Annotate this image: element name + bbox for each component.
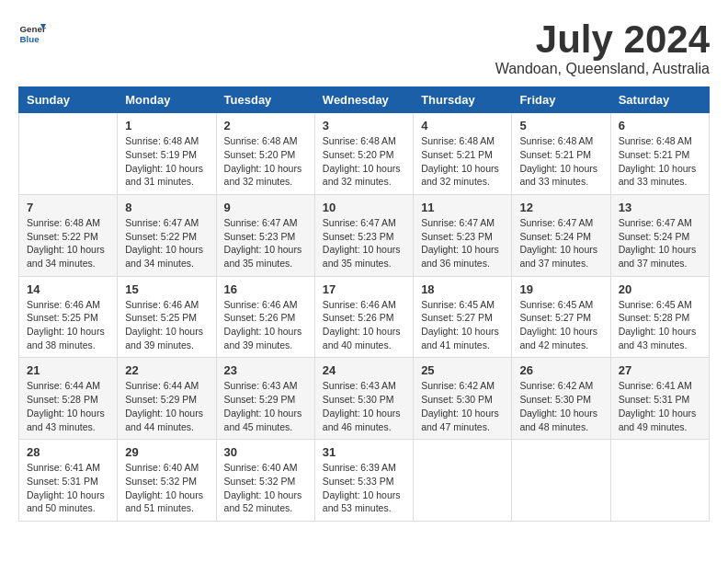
day-of-week-header: Thursday <box>414 87 512 113</box>
day-info: Sunrise: 6:41 AM Sunset: 5:31 PM Dayligh… <box>619 379 701 433</box>
calendar-day-cell <box>610 440 709 522</box>
calendar-day-cell: 25Sunrise: 6:42 AM Sunset: 5:30 PM Dayli… <box>414 358 512 440</box>
calendar-day-cell: 8Sunrise: 6:47 AM Sunset: 5:22 PM Daylig… <box>118 194 216 276</box>
day-number: 28 <box>27 445 109 459</box>
svg-text:Blue: Blue <box>20 34 40 44</box>
calendar-day-cell: 13Sunrise: 6:47 AM Sunset: 5:24 PM Dayli… <box>610 194 709 276</box>
calendar-day-cell: 22Sunrise: 6:44 AM Sunset: 5:29 PM Dayli… <box>118 358 216 440</box>
calendar-day-cell: 29Sunrise: 6:40 AM Sunset: 5:32 PM Dayli… <box>118 440 216 522</box>
calendar-day-cell: 28Sunrise: 6:41 AM Sunset: 5:31 PM Dayli… <box>19 440 118 522</box>
title-section: July 2024 Wandoan, Queensland, Australia <box>495 18 710 77</box>
calendar-body: 1Sunrise: 6:48 AM Sunset: 5:19 PM Daylig… <box>19 113 710 522</box>
calendar-day-cell: 12Sunrise: 6:47 AM Sunset: 5:24 PM Dayli… <box>512 194 610 276</box>
day-info: Sunrise: 6:47 AM Sunset: 5:23 PM Dayligh… <box>224 216 307 270</box>
day-number: 29 <box>125 445 208 459</box>
calendar-day-cell: 31Sunrise: 6:39 AM Sunset: 5:33 PM Dayli… <box>314 440 413 522</box>
calendar-day-cell: 26Sunrise: 6:42 AM Sunset: 5:30 PM Dayli… <box>512 358 610 440</box>
day-number: 15 <box>125 282 208 296</box>
calendar-day-cell: 16Sunrise: 6:46 AM Sunset: 5:26 PM Dayli… <box>216 276 314 358</box>
day-info: Sunrise: 6:44 AM Sunset: 5:28 PM Dayligh… <box>27 379 109 433</box>
day-info: Sunrise: 6:47 AM Sunset: 5:22 PM Dayligh… <box>125 216 208 270</box>
calendar-day-cell: 18Sunrise: 6:45 AM Sunset: 5:27 PM Dayli… <box>414 276 512 358</box>
day-number: 27 <box>619 363 701 377</box>
day-number: 24 <box>323 363 405 377</box>
page-header: General Blue July 2024 Wandoan, Queensla… <box>18 18 710 77</box>
day-number: 5 <box>519 119 602 132</box>
day-of-week-header: Saturday <box>610 87 709 113</box>
day-number: 19 <box>519 282 602 296</box>
calendar-day-cell: 30Sunrise: 6:40 AM Sunset: 5:32 PM Dayli… <box>216 440 314 522</box>
day-info: Sunrise: 6:42 AM Sunset: 5:30 PM Dayligh… <box>421 379 504 433</box>
calendar-day-cell <box>414 440 512 522</box>
day-info: Sunrise: 6:40 AM Sunset: 5:32 PM Dayligh… <box>224 461 307 515</box>
calendar-week-row: 28Sunrise: 6:41 AM Sunset: 5:31 PM Dayli… <box>19 440 710 522</box>
calendar-week-row: 1Sunrise: 6:48 AM Sunset: 5:19 PM Daylig… <box>19 113 710 195</box>
day-number: 14 <box>27 282 109 296</box>
calendar-table: SundayMondayTuesdayWednesdayThursdayFrid… <box>18 86 710 522</box>
calendar-day-cell: 10Sunrise: 6:47 AM Sunset: 5:23 PM Dayli… <box>314 194 413 276</box>
day-info: Sunrise: 6:48 AM Sunset: 5:19 PM Dayligh… <box>125 134 208 189</box>
day-number: 25 <box>421 363 504 377</box>
day-number: 3 <box>323 119 405 132</box>
day-number: 2 <box>224 119 307 132</box>
day-info: Sunrise: 6:48 AM Sunset: 5:21 PM Dayligh… <box>519 134 602 189</box>
calendar-day-cell: 19Sunrise: 6:45 AM Sunset: 5:27 PM Dayli… <box>512 276 610 358</box>
day-info: Sunrise: 6:46 AM Sunset: 5:26 PM Dayligh… <box>323 298 405 352</box>
calendar-day-cell: 21Sunrise: 6:44 AM Sunset: 5:28 PM Dayli… <box>19 358 118 440</box>
day-number: 7 <box>27 201 109 214</box>
calendar-week-row: 14Sunrise: 6:46 AM Sunset: 5:25 PM Dayli… <box>19 276 710 358</box>
day-info: Sunrise: 6:48 AM Sunset: 5:21 PM Dayligh… <box>421 134 504 189</box>
day-number: 30 <box>224 445 307 459</box>
day-number: 22 <box>125 363 208 377</box>
day-number: 21 <box>27 363 109 377</box>
day-number: 6 <box>619 119 701 132</box>
calendar-day-cell: 17Sunrise: 6:46 AM Sunset: 5:26 PM Dayli… <box>314 276 413 358</box>
day-number: 20 <box>619 282 701 296</box>
days-of-week-row: SundayMondayTuesdayWednesdayThursdayFrid… <box>19 87 710 113</box>
day-number: 1 <box>125 119 208 132</box>
calendar-day-cell <box>512 440 610 522</box>
calendar-day-cell: 6Sunrise: 6:48 AM Sunset: 5:21 PM Daylig… <box>610 113 709 195</box>
day-number: 17 <box>323 282 405 296</box>
day-info: Sunrise: 6:45 AM Sunset: 5:28 PM Dayligh… <box>619 298 701 352</box>
day-number: 13 <box>619 201 701 214</box>
logo-icon: General Blue <box>18 18 46 46</box>
calendar-day-cell: 27Sunrise: 6:41 AM Sunset: 5:31 PM Dayli… <box>610 358 709 440</box>
day-info: Sunrise: 6:48 AM Sunset: 5:22 PM Dayligh… <box>27 216 109 270</box>
day-number: 8 <box>125 201 208 214</box>
calendar-day-cell: 5Sunrise: 6:48 AM Sunset: 5:21 PM Daylig… <box>512 113 610 195</box>
day-of-week-header: Sunday <box>19 87 118 113</box>
calendar-day-cell: 15Sunrise: 6:46 AM Sunset: 5:25 PM Dayli… <box>118 276 216 358</box>
calendar-day-cell: 24Sunrise: 6:43 AM Sunset: 5:30 PM Dayli… <box>314 358 413 440</box>
day-info: Sunrise: 6:45 AM Sunset: 5:27 PM Dayligh… <box>421 298 504 352</box>
calendar-day-cell: 4Sunrise: 6:48 AM Sunset: 5:21 PM Daylig… <box>414 113 512 195</box>
day-info: Sunrise: 6:46 AM Sunset: 5:26 PM Dayligh… <box>224 298 307 352</box>
calendar-header: SundayMondayTuesdayWednesdayThursdayFrid… <box>19 87 710 113</box>
day-of-week-header: Tuesday <box>216 87 314 113</box>
calendar-day-cell: 3Sunrise: 6:48 AM Sunset: 5:20 PM Daylig… <box>314 113 413 195</box>
calendar-day-cell: 9Sunrise: 6:47 AM Sunset: 5:23 PM Daylig… <box>216 194 314 276</box>
day-info: Sunrise: 6:46 AM Sunset: 5:25 PM Dayligh… <box>125 298 208 352</box>
calendar-day-cell: 2Sunrise: 6:48 AM Sunset: 5:20 PM Daylig… <box>216 113 314 195</box>
calendar-week-row: 7Sunrise: 6:48 AM Sunset: 5:22 PM Daylig… <box>19 194 710 276</box>
day-info: Sunrise: 6:43 AM Sunset: 5:30 PM Dayligh… <box>323 379 405 433</box>
calendar-day-cell: 23Sunrise: 6:43 AM Sunset: 5:29 PM Dayli… <box>216 358 314 440</box>
day-number: 31 <box>323 445 405 459</box>
calendar-day-cell: 7Sunrise: 6:48 AM Sunset: 5:22 PM Daylig… <box>19 194 118 276</box>
day-number: 4 <box>421 119 504 132</box>
day-info: Sunrise: 6:46 AM Sunset: 5:25 PM Dayligh… <box>27 298 109 352</box>
day-info: Sunrise: 6:43 AM Sunset: 5:29 PM Dayligh… <box>224 379 307 433</box>
day-info: Sunrise: 6:47 AM Sunset: 5:23 PM Dayligh… <box>323 216 405 270</box>
day-info: Sunrise: 6:47 AM Sunset: 5:23 PM Dayligh… <box>421 216 504 270</box>
day-info: Sunrise: 6:48 AM Sunset: 5:20 PM Dayligh… <box>323 134 405 189</box>
day-of-week-header: Monday <box>118 87 216 113</box>
day-info: Sunrise: 6:45 AM Sunset: 5:27 PM Dayligh… <box>519 298 602 352</box>
day-number: 26 <box>519 363 602 377</box>
day-number: 12 <box>519 201 602 214</box>
month-title: July 2024 <box>495 18 710 61</box>
calendar-day-cell: 11Sunrise: 6:47 AM Sunset: 5:23 PM Dayli… <box>414 194 512 276</box>
day-of-week-header: Friday <box>512 87 610 113</box>
day-number: 9 <box>224 201 307 214</box>
day-of-week-header: Wednesday <box>314 87 413 113</box>
day-info: Sunrise: 6:41 AM Sunset: 5:31 PM Dayligh… <box>27 461 109 515</box>
